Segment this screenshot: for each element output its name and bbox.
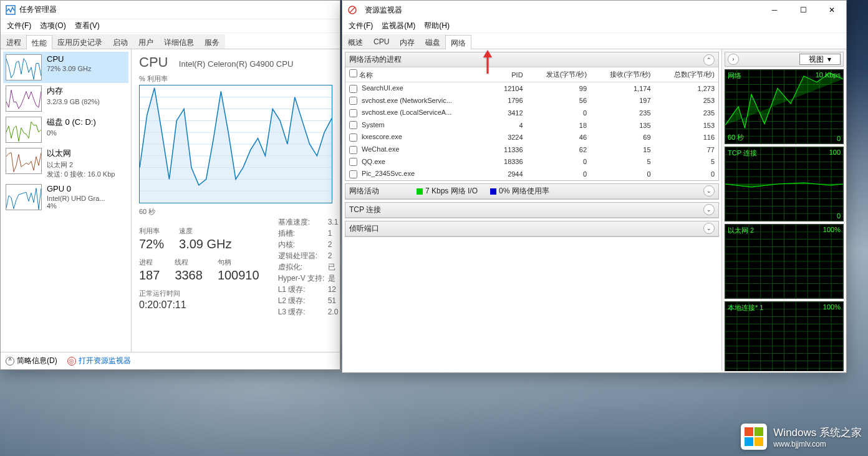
col-header[interactable]: 发送(字节/秒) — [527, 67, 591, 82]
mini-chart — [6, 117, 42, 143]
row-checkbox[interactable] — [349, 109, 357, 117]
col-header[interactable]: PID — [491, 67, 526, 82]
rm-tab-network[interactable]: 网络 — [445, 35, 471, 49]
chevron-right-icon[interactable]: › — [728, 54, 739, 65]
tm-sidebar: CPU72% 3.09 GHz内存3.2/3.9 GB (82%)磁盘 0 (C… — [1, 49, 132, 352]
table-row[interactable]: System418135153 — [345, 119, 718, 132]
uptime-label: 正常运行时间 — [139, 289, 259, 298]
tm-titlebar[interactable]: 任务管理器 — [1, 1, 340, 19]
sidebar-item-0[interactable]: CPU72% 3.09 GHz — [3, 52, 128, 83]
rm-tab-cpu[interactable]: CPU — [368, 34, 395, 49]
row-checkbox[interactable] — [349, 85, 357, 93]
less-details-button[interactable]: ^简略信息(D) — [6, 356, 57, 366]
side-chart-1: TCP 连接1000 — [725, 147, 844, 221]
panel-tcp: TCP 连接 ⌄ — [345, 202, 719, 218]
row-checkbox[interactable] — [349, 133, 357, 142]
chevron-down-icon[interactable]: ⌄ — [703, 204, 715, 215]
tm-tab-details[interactable]: 详细信息 — [158, 34, 200, 49]
chart-bot-label: 60 秒 — [139, 207, 332, 216]
chevron-down-icon[interactable]: ⌄ — [703, 223, 715, 234]
tm-tab-history[interactable]: 应用历史记录 — [52, 34, 108, 49]
watermark-url: www.bjjmlv.com — [773, 440, 862, 449]
rm-menu-help[interactable]: 帮助(H) — [420, 19, 453, 32]
rm-menubar: 文件(F) 监视器(M) 帮助(H) — [342, 19, 846, 33]
tm-tab-startup[interactable]: 启动 — [107, 34, 133, 49]
sidebar-item-4[interactable]: GPU 0Intel(R) UHD Gra...4% — [3, 182, 128, 213]
panel-network-processes: 网络活动的进程 ⌃ 名称PID发送(字节/秒)接收(字节/秒)总数(字节/秒) … — [345, 52, 719, 181]
table-row[interactable]: WeChat.exe11336621577 — [345, 143, 718, 156]
io-color-icon — [417, 188, 423, 195]
tm-statusbar: ^简略信息(D) ◎打开资源监视器 — [1, 352, 340, 369]
rm-tabbar: 概述 CPU 内存 磁盘 网络 — [342, 33, 846, 49]
row-checkbox[interactable] — [349, 97, 357, 105]
tm-menubar: 文件(F) 选项(O) 查看(V) — [1, 19, 340, 33]
tm-menu-options[interactable]: 选项(O) — [36, 19, 69, 32]
close-button[interactable]: ✕ — [817, 1, 846, 19]
tm-tab-services[interactable]: 服务 — [199, 34, 225, 49]
tm-tab-users[interactable]: 用户 — [133, 34, 159, 49]
chevron-down-icon[interactable]: ⌄ — [703, 185, 715, 196]
rm-tab-overview[interactable]: 概述 — [342, 34, 369, 49]
view-button[interactable]: 视图 ▾ — [799, 54, 841, 65]
usage-color-icon — [490, 188, 496, 195]
table-row[interactable]: kxescore.exe32244669116 — [345, 131, 718, 143]
table-row[interactable]: Pic_2345Svc.exe2944000 — [345, 168, 718, 180]
minimize-button[interactable]: ─ — [760, 1, 789, 19]
open-resource-monitor-link[interactable]: ◎打开资源监视器 — [67, 356, 131, 366]
rm-tab-disk[interactable]: 磁盘 — [420, 34, 446, 49]
resource-monitor-icon — [347, 5, 357, 15]
col-header[interactable]: 接收(字节/秒) — [591, 67, 654, 82]
side-chart-0: 网络10 Kbps60 秒0 — [725, 69, 844, 144]
cpu-heading: CPU — [139, 54, 168, 70]
row-checkbox[interactable] — [349, 158, 357, 166]
tm-main: CPU Intel(R) Celeron(R) G4900 CPU % 利用率 … — [132, 49, 340, 352]
table-row[interactable]: SearchUI.exe12104991,1741,273 — [345, 82, 718, 95]
cpu-model: Intel(R) Celeron(R) G4900 CPU — [179, 59, 294, 69]
rm-main: 网络活动的进程 ⌃ 名称PID发送(字节/秒)接收(字节/秒)总数(字节/秒) … — [342, 49, 721, 371]
chevron-up-icon: ^ — [6, 357, 14, 366]
select-all-checkbox[interactable] — [349, 69, 357, 77]
panel-header-tcp[interactable]: TCP 连接 ⌄ — [345, 203, 718, 218]
task-manager-icon — [6, 5, 16, 15]
panel-header-processes[interactable]: 网络活动的进程 ⌃ — [345, 52, 718, 67]
rm-menu-monitor[interactable]: 监视器(M) — [378, 19, 419, 32]
panel-network-activity: 网络活动 7 Kbps 网络 I/O 0% 网络使用率 ⌄ — [345, 183, 719, 200]
col-header[interactable]: 名称 — [345, 67, 491, 82]
tm-tab-performance[interactable]: 性能 — [26, 35, 52, 49]
rm-side-toolbar: › 视图 ▾ — [725, 52, 844, 67]
side-chart-3: 本地连接* 1100% — [725, 301, 844, 371]
col-header[interactable]: 总数(字节/秒) — [655, 67, 718, 82]
table-row[interactable]: QQ.exe18336055 — [345, 156, 718, 168]
cpu-chart — [139, 85, 332, 203]
tm-tab-processes[interactable]: 进程 — [1, 34, 27, 49]
table-row[interactable]: svchost.exe (LocalServiceA...34120235235 — [345, 107, 718, 119]
side-chart-2: 以太网 2100% — [725, 224, 844, 299]
sidebar-item-2[interactable]: 磁盘 0 (C: D:)0% — [3, 114, 128, 145]
tm-menu-file[interactable]: 文件(F) — [3, 19, 35, 32]
sidebar-item-1[interactable]: 内存3.2/3.9 GB (82%) — [3, 83, 128, 114]
rm-tab-memory[interactable]: 内存 — [394, 34, 420, 49]
tm-title: 任务管理器 — [19, 4, 57, 15]
rm-menu-file[interactable]: 文件(F) — [345, 19, 377, 32]
watermark: Windows 系统之家 www.bjjmlv.com — [741, 424, 862, 450]
row-checkbox[interactable] — [349, 170, 357, 178]
row-checkbox[interactable] — [349, 121, 357, 129]
tm-tabbar: 进程 性能 应用历史记录 启动 用户 详细信息 服务 — [1, 33, 340, 49]
chevron-up-icon[interactable]: ⌃ — [703, 54, 715, 65]
panel-header-listen[interactable]: 侦听端口 ⌄ — [345, 221, 718, 236]
row-checkbox[interactable] — [349, 146, 357, 154]
resource-monitor-window: 资源监视器 ─ ☐ ✕ 文件(F) 监视器(M) 帮助(H) 概述 CPU 内存… — [342, 0, 847, 373]
windows-logo-icon — [741, 424, 767, 450]
svg-line-11 — [350, 7, 355, 12]
panel-listen: 侦听端口 ⌄ — [345, 221, 719, 237]
sidebar-item-3[interactable]: 以太网以太网 2发送: 0 接收: 16.0 Kbp — [3, 145, 128, 182]
stop-icon: ◎ — [67, 357, 76, 366]
tm-menu-view[interactable]: 查看(V) — [71, 19, 104, 32]
panel-header-activity[interactable]: 网络活动 7 Kbps 网络 I/O 0% 网络使用率 ⌄ — [345, 184, 718, 199]
watermark-brand: Windows 系统之家 — [773, 425, 862, 440]
rm-titlebar[interactable]: 资源监视器 ─ ☐ ✕ — [342, 1, 846, 19]
mini-chart — [6, 85, 42, 112]
maximize-button[interactable]: ☐ — [789, 1, 817, 19]
table-row[interactable]: svchost.exe (NetworkServic...17965619725… — [345, 95, 718, 107]
uptime-value: 0:20:07:11 — [139, 299, 259, 311]
